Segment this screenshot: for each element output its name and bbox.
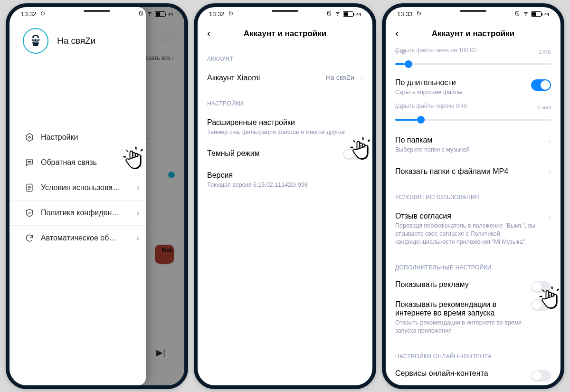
phone-1: Показать все › ▶ 3,0M Россия HAMAN МОЯ у… bbox=[6, 3, 188, 389]
row-duration[interactable]: По длительности Скрыть короткие файлы bbox=[395, 74, 551, 101]
row-subtitle: Выберите папки с музыкой bbox=[395, 146, 551, 154]
phone-3: 13:33 44 ‹ Аккаунт и настройки Скрыть фа… bbox=[382, 3, 564, 389]
battery-icon bbox=[155, 11, 165, 17]
svg-rect-4 bbox=[33, 39, 36, 40]
slider-duration[interactable] bbox=[395, 119, 551, 121]
slider-max: 5 мин bbox=[537, 105, 551, 110]
chat-icon bbox=[25, 158, 34, 167]
slider-max: 2 МБ bbox=[539, 49, 551, 55]
alarm-off-icon bbox=[416, 10, 422, 18]
toggle-online-services[interactable] bbox=[531, 370, 551, 382]
avatar[interactable] bbox=[23, 28, 48, 54]
svg-point-8 bbox=[29, 161, 30, 162]
toggle-dark-mode[interactable] bbox=[343, 148, 363, 160]
row-title: Темный режим bbox=[207, 149, 363, 158]
section-online: НАСТРОЙКИ ОНЛАЙН-КОНТЕНТА bbox=[395, 353, 551, 360]
page-title: Аккаунт и настройки bbox=[244, 29, 326, 38]
phone-2: 13:32 44 ‹ Аккаунт и настройки АККАУНТ А… bbox=[194, 3, 376, 389]
menu-label: Настройки bbox=[41, 133, 78, 142]
row-title: Расширенные настройки bbox=[207, 118, 363, 127]
menu-label: Политика конфиден… bbox=[41, 209, 119, 217]
section-settings: НАСТРОЙКИ bbox=[207, 100, 363, 107]
page-title: Аккаунт и настройки bbox=[432, 29, 514, 38]
row-subtitle: Открыть рекомендации в интернете во врем… bbox=[395, 319, 528, 335]
menu-label: Автоматическое об… bbox=[41, 234, 116, 242]
chevron-right-icon: › bbox=[137, 183, 139, 192]
back-button[interactable]: ‹ bbox=[207, 28, 210, 40]
row-xiaomi-account[interactable]: Аккаунт Xiaomi На свяZи › bbox=[207, 67, 363, 89]
chevron-right-icon: › bbox=[137, 209, 139, 217]
section-extra: ДОПОЛНИТЕЛЬНЫЕ НАСТРОЙКИ bbox=[395, 264, 551, 271]
menu-autoupdate[interactable]: Автоматическое об… › bbox=[10, 226, 146, 250]
section-terms: УСЛОВИЯ ИСПОЛЬЗОВАНИЯ bbox=[395, 194, 551, 201]
row-dark-mode[interactable]: Темный режим bbox=[207, 143, 363, 164]
wifi-icon bbox=[146, 10, 153, 18]
svg-point-9 bbox=[30, 161, 31, 162]
alarm-off-icon bbox=[228, 10, 234, 18]
back-button[interactable]: ‹ bbox=[395, 28, 399, 40]
toggle-duration[interactable] bbox=[531, 79, 551, 91]
svg-point-6 bbox=[28, 136, 30, 138]
row-title: Показывать рекомендации в интернете во в… bbox=[395, 300, 519, 317]
row-mp4-folders[interactable]: Показать папки с файлами MP4 › bbox=[395, 161, 551, 182]
row-show-ads[interactable]: Показывать рекламу bbox=[395, 276, 551, 294]
no-sim-icon bbox=[514, 10, 521, 18]
menu-label: Условия использова… bbox=[41, 183, 120, 192]
toggle-ads[interactable] bbox=[531, 281, 551, 293]
doc-icon bbox=[25, 183, 34, 192]
row-show-recommendations[interactable]: Показывать рекомендации в интернете во в… bbox=[395, 294, 551, 342]
menu-label: Обратная связь bbox=[41, 158, 97, 167]
row-title: Отзыв согласия bbox=[395, 212, 551, 220]
no-sim-icon bbox=[138, 10, 144, 18]
slider-duration-caption: Скрыть файлы короче 0:40 bbox=[395, 103, 551, 109]
refresh-icon bbox=[25, 233, 34, 243]
menu-feedback[interactable]: Обратная связь bbox=[10, 150, 146, 175]
row-title: По папкам bbox=[395, 136, 551, 144]
slider-filesize[interactable] bbox=[395, 63, 551, 65]
hex-icon bbox=[25, 133, 34, 142]
row-title: Версия bbox=[207, 171, 363, 180]
row-subtitle: Таймер сна, фильтрация файлов и многое д… bbox=[207, 128, 363, 136]
battery-icon bbox=[531, 11, 542, 17]
status-time: 13:32 bbox=[21, 10, 37, 18]
battery-icon bbox=[343, 11, 353, 17]
row-subtitle: Переводя переключатель в положение "Выкл… bbox=[395, 222, 538, 246]
row-value: На свяZи bbox=[326, 74, 354, 81]
row-advanced-settings[interactable]: Расширенные настройки Таймер сна, фильтр… bbox=[207, 112, 363, 143]
row-subtitle: Текущая версия 6.15.02.111420i-998 bbox=[207, 181, 363, 189]
alarm-off-icon bbox=[39, 10, 46, 18]
chevron-right-icon: › bbox=[549, 168, 551, 176]
status-time: 13:33 bbox=[397, 10, 413, 18]
slider-min: 0 КБ bbox=[395, 49, 406, 55]
chevron-right-icon: › bbox=[137, 234, 139, 242]
svg-point-7 bbox=[28, 161, 29, 162]
menu-terms[interactable]: Условия использова… › bbox=[10, 175, 146, 201]
row-title: Показать папки с файлами MP4 bbox=[395, 167, 551, 176]
toggle-recommendations[interactable] bbox=[531, 299, 551, 311]
slider-filesize-caption: Скрыть файлы меньше 100 КБ bbox=[395, 47, 551, 54]
row-consent[interactable]: Отзыв согласия Переводя переключатель в … bbox=[395, 205, 551, 253]
wifi-icon bbox=[334, 10, 341, 18]
row-title: Сервисы онлайн-контента bbox=[395, 369, 551, 378]
status-time: 13:32 bbox=[209, 10, 225, 18]
menu-settings[interactable]: Настройки bbox=[10, 125, 146, 150]
section-account: АККАУНТ bbox=[207, 56, 363, 62]
row-online-services[interactable]: Сервисы онлайн-контента bbox=[395, 364, 551, 382]
row-version: Версия Текущая версия 6.15.02.111420i-99… bbox=[207, 164, 363, 196]
drawer-username: На свяZи bbox=[57, 36, 95, 46]
wifi-icon bbox=[522, 10, 529, 18]
slider-min: 0 с bbox=[395, 105, 402, 110]
shield-icon bbox=[25, 208, 34, 218]
drawer-menu: Настройки Обратная связь Условия использ… bbox=[10, 125, 146, 250]
row-folders[interactable]: По папкам Выберите папки с музыкой › bbox=[395, 129, 551, 161]
row-subtitle: Скрыть короткие файлы bbox=[395, 88, 551, 96]
row-title: Показывать рекламу bbox=[395, 280, 551, 289]
menu-privacy[interactable]: Политика конфиден… › bbox=[10, 201, 146, 226]
chevron-right-icon: › bbox=[549, 213, 551, 220]
svg-rect-5 bbox=[36, 39, 39, 40]
nav-drawer: На свяZи Настройки Обратная связь Услови… bbox=[10, 7, 146, 385]
chevron-right-icon: › bbox=[361, 75, 363, 82]
no-sim-icon bbox=[326, 10, 332, 18]
row-title: По длительности bbox=[395, 78, 551, 87]
chevron-right-icon: › bbox=[549, 137, 551, 144]
